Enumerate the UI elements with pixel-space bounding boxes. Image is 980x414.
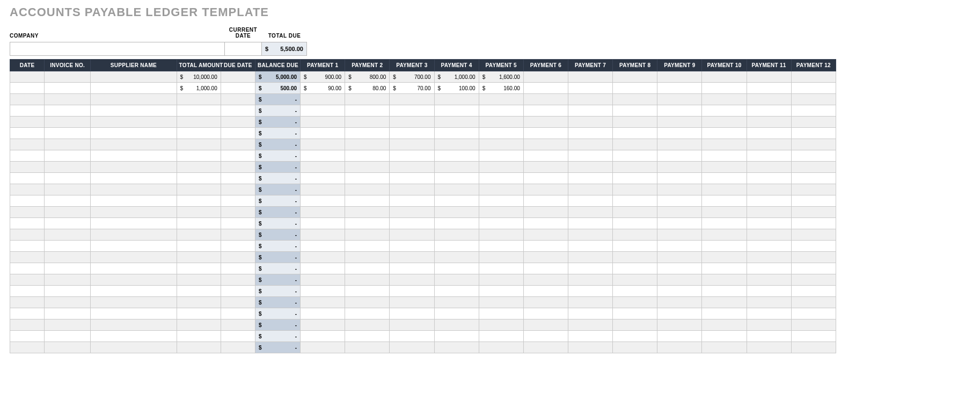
invoice-cell[interactable] xyxy=(45,139,91,150)
due-date-cell[interactable] xyxy=(221,195,255,207)
money-cell[interactable]: $10,000.00 xyxy=(177,71,221,83)
invoice-cell[interactable] xyxy=(45,263,91,274)
money-cell[interactable] xyxy=(301,218,345,229)
money-cell[interactable] xyxy=(613,105,657,117)
money-cell[interactable] xyxy=(390,207,434,218)
money-cell[interactable] xyxy=(177,128,221,139)
money-cell[interactable] xyxy=(479,342,523,353)
money-cell[interactable] xyxy=(390,319,434,331)
money-cell[interactable] xyxy=(177,342,221,353)
money-cell[interactable] xyxy=(747,218,791,229)
money-cell[interactable] xyxy=(479,241,523,252)
invoice-cell[interactable] xyxy=(45,274,91,286)
supplier-cell[interactable] xyxy=(91,319,177,331)
money-cell[interactable] xyxy=(613,331,657,342)
money-cell[interactable] xyxy=(301,207,345,218)
due-date-cell[interactable] xyxy=(221,173,255,184)
money-cell[interactable] xyxy=(434,173,479,184)
money-cell[interactable] xyxy=(657,94,702,105)
money-cell[interactable] xyxy=(568,218,612,229)
money-cell[interactable] xyxy=(791,331,836,342)
money-cell[interactable] xyxy=(613,274,657,286)
due-date-cell[interactable] xyxy=(221,94,255,105)
money-cell[interactable] xyxy=(345,139,390,150)
money-cell[interactable] xyxy=(613,117,657,128)
money-cell[interactable] xyxy=(479,331,523,342)
invoice-cell[interactable] xyxy=(45,162,91,173)
money-cell[interactable] xyxy=(345,162,390,173)
money-cell[interactable] xyxy=(390,263,434,274)
money-cell[interactable] xyxy=(345,117,390,128)
money-cell[interactable]: $80.00 xyxy=(345,83,390,94)
money-cell[interactable] xyxy=(702,128,747,139)
money-cell[interactable] xyxy=(434,150,479,162)
supplier-cell[interactable] xyxy=(91,71,177,83)
money-cell[interactable] xyxy=(177,274,221,286)
money-cell[interactable] xyxy=(613,263,657,274)
balance-cell[interactable]: $- xyxy=(255,342,300,353)
money-cell[interactable] xyxy=(747,105,791,117)
money-cell[interactable] xyxy=(479,308,523,319)
balance-cell[interactable]: $- xyxy=(255,128,300,139)
money-cell[interactable] xyxy=(434,195,479,207)
money-cell[interactable] xyxy=(747,128,791,139)
money-cell[interactable] xyxy=(791,286,836,297)
balance-cell[interactable]: $- xyxy=(255,274,300,286)
money-cell[interactable] xyxy=(479,162,523,173)
money-cell[interactable] xyxy=(523,331,568,342)
money-cell[interactable] xyxy=(177,117,221,128)
supplier-cell[interactable] xyxy=(91,94,177,105)
money-cell[interactable]: $900.00 xyxy=(301,71,345,83)
money-cell[interactable] xyxy=(479,274,523,286)
money-cell[interactable] xyxy=(523,241,568,252)
money-cell[interactable] xyxy=(345,207,390,218)
money-cell[interactable] xyxy=(177,263,221,274)
date-cell[interactable] xyxy=(10,83,45,94)
date-cell[interactable] xyxy=(10,342,45,353)
money-cell[interactable] xyxy=(657,319,702,331)
due-date-cell[interactable] xyxy=(221,263,255,274)
money-cell[interactable] xyxy=(434,94,479,105)
money-cell[interactable] xyxy=(479,150,523,162)
date-cell[interactable] xyxy=(10,274,45,286)
money-cell[interactable] xyxy=(702,308,747,319)
money-cell[interactable]: $90.00 xyxy=(301,83,345,94)
money-cell[interactable] xyxy=(791,128,836,139)
money-cell[interactable] xyxy=(702,94,747,105)
money-cell[interactable] xyxy=(613,308,657,319)
money-cell[interactable] xyxy=(657,173,702,184)
money-cell[interactable] xyxy=(702,83,747,94)
money-cell[interactable] xyxy=(702,184,747,195)
money-cell[interactable] xyxy=(390,195,434,207)
money-cell[interactable] xyxy=(568,105,612,117)
money-cell[interactable] xyxy=(613,162,657,173)
money-cell[interactable] xyxy=(568,207,612,218)
money-cell[interactable] xyxy=(434,139,479,150)
money-cell[interactable] xyxy=(301,150,345,162)
money-cell[interactable] xyxy=(791,94,836,105)
date-cell[interactable] xyxy=(10,105,45,117)
money-cell[interactable] xyxy=(657,308,702,319)
money-cell[interactable]: $1,000.00 xyxy=(434,71,479,83)
money-cell[interactable] xyxy=(657,331,702,342)
money-cell[interactable] xyxy=(301,342,345,353)
money-cell[interactable] xyxy=(657,252,702,263)
money-cell[interactable] xyxy=(747,319,791,331)
money-cell[interactable] xyxy=(434,342,479,353)
money-cell[interactable] xyxy=(479,184,523,195)
money-cell[interactable] xyxy=(434,308,479,319)
supplier-cell[interactable] xyxy=(91,308,177,319)
money-cell[interactable] xyxy=(345,252,390,263)
money-cell[interactable] xyxy=(390,274,434,286)
money-cell[interactable] xyxy=(177,162,221,173)
money-cell[interactable] xyxy=(345,195,390,207)
money-cell[interactable] xyxy=(390,105,434,117)
invoice-cell[interactable] xyxy=(45,94,91,105)
money-cell[interactable] xyxy=(747,139,791,150)
money-cell[interactable] xyxy=(177,241,221,252)
supplier-cell[interactable] xyxy=(91,297,177,308)
money-cell[interactable] xyxy=(479,94,523,105)
money-cell[interactable] xyxy=(568,263,612,274)
balance-cell[interactable]: $- xyxy=(255,139,300,150)
supplier-cell[interactable] xyxy=(91,241,177,252)
